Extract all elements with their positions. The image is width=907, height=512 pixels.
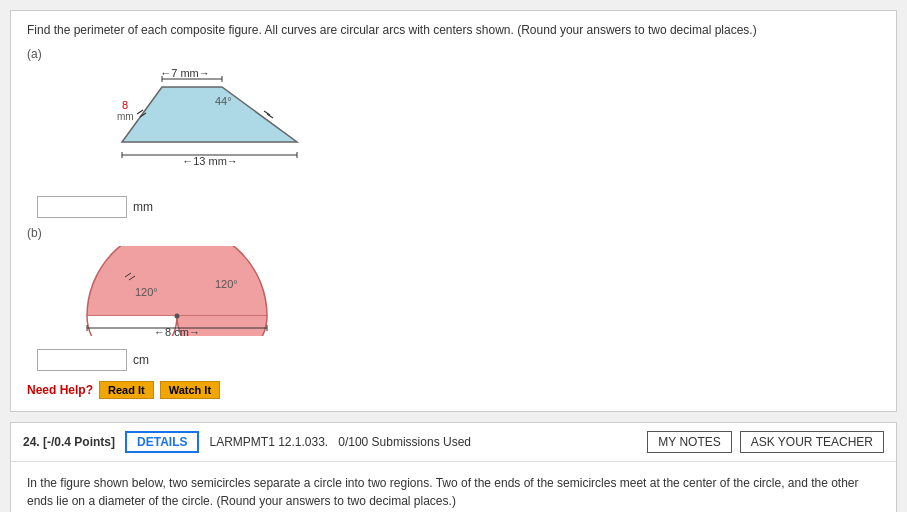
- figure-b: 120° 120° ←8 cm→: [67, 246, 880, 339]
- read-it-button[interactable]: Read It: [99, 381, 154, 399]
- figure-a: ←7 mm→ 8 mm 44° ←13 mm→: [67, 67, 880, 180]
- svg-text:←13 mm→: ←13 mm→: [182, 155, 238, 167]
- part-b-input[interactable]: [37, 349, 127, 371]
- watch-it-button[interactable]: Watch It: [160, 381, 220, 399]
- svg-point-19: [175, 314, 180, 319]
- need-help-row: Need Help? Read It Watch It: [27, 381, 880, 399]
- my-notes-button[interactable]: MY NOTES: [647, 431, 731, 453]
- part-a-unit: mm: [133, 200, 153, 214]
- figure-a-svg: ←7 mm→ 8 mm 44° ←13 mm→: [67, 67, 367, 177]
- top-problem-section: Find the perimeter of each composite fig…: [10, 10, 897, 412]
- problem-24-section: 24. [-/0.4 Points] DETAILS LARMPMT1 12.1…: [10, 422, 897, 512]
- details-button[interactable]: DETAILS: [125, 431, 199, 453]
- part-a-answer-row: mm: [37, 196, 880, 218]
- figure-b-svg: 120° 120° ←8 cm→: [67, 246, 327, 336]
- svg-text:8: 8: [122, 99, 128, 111]
- part-b-unit: cm: [133, 353, 149, 367]
- part-a-input[interactable]: [37, 196, 127, 218]
- svg-marker-6: [122, 87, 297, 142]
- ask-teacher-button[interactable]: ASK YOUR TEACHER: [740, 431, 884, 453]
- problem-24-content: In the figure shown below, two semicircl…: [11, 462, 896, 512]
- svg-text:44°: 44°: [215, 95, 232, 107]
- svg-text:←8 cm→: ←8 cm→: [154, 326, 200, 336]
- svg-text:120°: 120°: [215, 278, 238, 290]
- problem-description: In the figure shown below, two semicircl…: [27, 474, 880, 510]
- header-right-buttons: MY NOTES ASK YOUR TEACHER: [647, 431, 884, 453]
- part-b-label: (b): [27, 226, 880, 240]
- problem-24-header: 24. [-/0.4 Points] DETAILS LARMPMT1 12.1…: [11, 423, 896, 462]
- problem-number: 24. [-/0.4 Points]: [23, 435, 115, 449]
- svg-text:120°: 120°: [135, 286, 158, 298]
- need-help-label: Need Help?: [27, 383, 93, 397]
- top-instructions: Find the perimeter of each composite fig…: [27, 23, 880, 37]
- part-b-answer-row: cm: [37, 349, 880, 371]
- svg-text:←7 mm→: ←7 mm→: [160, 67, 210, 79]
- problem-id: LARMPMT1 12.1.033. 0/100 Submissions Use…: [209, 435, 471, 449]
- part-a-label: (a): [27, 47, 880, 61]
- svg-text:mm: mm: [117, 111, 134, 122]
